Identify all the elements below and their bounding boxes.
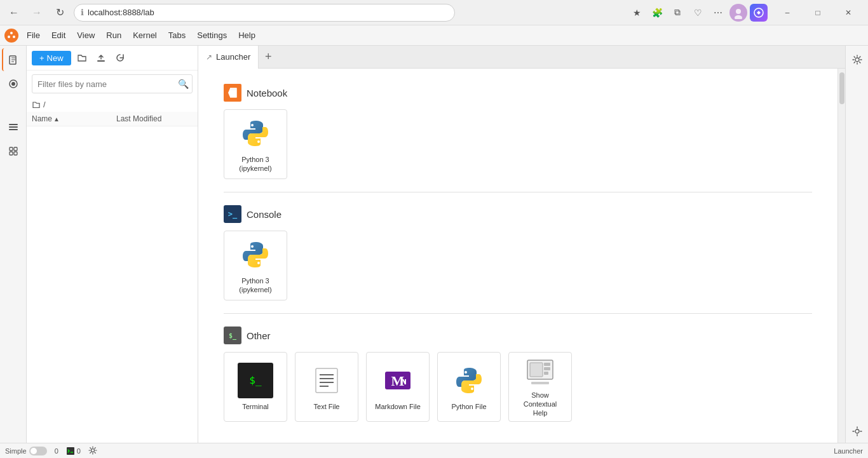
current-path: / xyxy=(43,100,46,109)
menu-view[interactable]: View xyxy=(72,28,100,43)
status-bar: Simple 0 0 Launcher xyxy=(0,443,868,458)
new-launcher-button[interactable]: + New xyxy=(32,51,71,65)
menu-edit[interactable]: Edit xyxy=(46,28,71,43)
sidebar-files-btn[interactable] xyxy=(2,48,25,71)
add-tab-button[interactable]: + xyxy=(259,48,278,67)
sidebar-running-btn[interactable] xyxy=(2,72,25,95)
main-area: + New 🔍 / xyxy=(0,46,868,443)
svg-rect-25 xyxy=(316,368,337,393)
refresh-button[interactable]: ↻ xyxy=(51,4,69,22)
svg-point-6 xyxy=(13,36,15,38)
notebook-cards: Python 3(ipykernel) xyxy=(224,109,812,179)
mode-toggle-switch[interactable] xyxy=(29,447,47,455)
menu-file[interactable]: File xyxy=(22,28,45,43)
svg-point-1 xyxy=(736,9,741,14)
jupyterlab-app: File Edit View Run Kernel Tabs Settings … xyxy=(0,25,868,458)
svg-point-22 xyxy=(257,140,260,143)
copilot-button[interactable] xyxy=(750,4,768,22)
filter-input-wrap: 🔍 xyxy=(27,71,198,97)
menu-tabs[interactable]: Tabs xyxy=(163,28,191,43)
star-button[interactable]: ★ xyxy=(628,4,646,22)
new-btn-label: New xyxy=(47,53,64,63)
terminal-indicator: 0 xyxy=(66,447,81,455)
menu-kernel[interactable]: Kernel xyxy=(128,28,162,43)
left-sidebar-icons xyxy=(0,46,27,443)
notebook-section-title: Notebook xyxy=(224,84,812,102)
console-section-label: Console xyxy=(247,209,281,220)
refresh-button[interactable] xyxy=(112,50,128,66)
svg-point-42 xyxy=(855,429,859,433)
status-bar-right: Launcher xyxy=(834,447,863,455)
right-settings-btn[interactable] xyxy=(848,51,866,69)
notebook-divider xyxy=(224,192,812,192)
modified-column-header[interactable]: Last Modified xyxy=(116,114,193,123)
svg-rect-10 xyxy=(9,124,18,125)
svg-rect-39 xyxy=(544,372,548,375)
back-button[interactable]: ← xyxy=(5,4,23,22)
sidebar-commands-btn[interactable] xyxy=(2,116,25,138)
url-text: localhost:8888/lab xyxy=(88,8,154,17)
sort-icon: ▲ xyxy=(53,116,60,123)
content-area: ↗ Launcher + Notebook xyxy=(198,46,845,443)
menu-settings[interactable]: Settings xyxy=(192,28,232,43)
file-path: / xyxy=(27,97,198,112)
svg-point-4 xyxy=(10,32,13,34)
browser-favorites-button[interactable]: ♡ xyxy=(689,4,707,22)
upload-button[interactable] xyxy=(93,50,109,66)
svg-point-34 xyxy=(471,387,473,390)
name-column-header[interactable]: Name ▲ xyxy=(32,114,116,123)
other-section-label: Other xyxy=(247,330,271,341)
tab-label: Launcher xyxy=(216,52,250,62)
profile-button[interactable] xyxy=(729,4,747,22)
launcher-tab[interactable]: ↗ Launcher xyxy=(198,46,259,69)
menu-help[interactable]: Help xyxy=(233,28,261,43)
svg-rect-14 xyxy=(14,147,17,151)
toggle-knob xyxy=(31,448,37,454)
svg-point-21 xyxy=(251,124,254,126)
file-table-header: Name ▲ Last Modified xyxy=(27,112,198,126)
textfile-card[interactable]: Text File xyxy=(295,352,358,422)
file-browser-panel: + New 🔍 / xyxy=(27,46,198,443)
browser-chrome: ← → ↻ ℹ localhost:8888/lab ★ 🧩 ⧉ ♡ ⋯ – □… xyxy=(0,0,868,25)
pyfile-card[interactable]: Python File xyxy=(437,352,501,422)
svg-text:M: M xyxy=(391,373,405,389)
textfile-label: Text File xyxy=(314,402,340,411)
svg-rect-38 xyxy=(544,367,550,370)
forward-button[interactable]: → xyxy=(28,4,46,22)
python3-console-card[interactable]: Python 3(ipykernel) xyxy=(224,231,287,300)
python3-notebook-card[interactable]: Python 3(ipykernel) xyxy=(224,109,287,179)
other-section-icon: $_ xyxy=(224,327,241,344)
contextual-help-card[interactable]: Show ContextualHelp xyxy=(508,352,572,422)
more-button[interactable]: ⋯ xyxy=(709,4,727,22)
markdown-card[interactable]: M Markdown File xyxy=(366,352,430,422)
filter-input[interactable] xyxy=(32,74,193,93)
scrollbar[interactable] xyxy=(837,69,845,443)
extensions-button[interactable]: 🧩 xyxy=(648,4,666,22)
svg-point-23 xyxy=(251,245,254,248)
close-button[interactable]: ✕ xyxy=(834,4,863,22)
open-from-path-button[interactable] xyxy=(74,50,90,66)
filter-search-icon: 🔍 xyxy=(178,79,189,89)
svg-rect-37 xyxy=(544,363,550,366)
simple-mode-toggle[interactable]: Simple xyxy=(5,447,47,455)
markdown-icon: M xyxy=(380,363,416,398)
menu-run[interactable]: Run xyxy=(101,28,126,43)
svg-point-5 xyxy=(8,36,10,38)
svg-rect-12 xyxy=(9,129,18,130)
pyfile-label: Python File xyxy=(451,402,486,411)
minimize-button[interactable]: – xyxy=(773,4,802,22)
python3-notebook-label: Python 3(ipykernel) xyxy=(239,155,271,173)
maximize-button[interactable]: □ xyxy=(803,4,832,22)
svg-rect-16 xyxy=(14,152,17,155)
terminal-card[interactable]: $_ Terminal xyxy=(224,352,287,422)
svg-point-33 xyxy=(465,371,467,374)
right-properties-btn[interactable] xyxy=(848,422,866,440)
address-bar: ℹ localhost:8888/lab xyxy=(74,4,455,22)
contextual-help-label: Show ContextualHelp xyxy=(514,391,566,418)
launcher-content: Notebook xyxy=(198,69,837,443)
python3-console-label: Python 3(ipykernel) xyxy=(239,276,271,295)
svg-rect-36 xyxy=(530,363,543,377)
scrollbar-thumb[interactable] xyxy=(839,72,844,104)
sidebar-extensions-btn[interactable] xyxy=(2,140,25,163)
split-view-button[interactable]: ⧉ xyxy=(668,4,686,22)
